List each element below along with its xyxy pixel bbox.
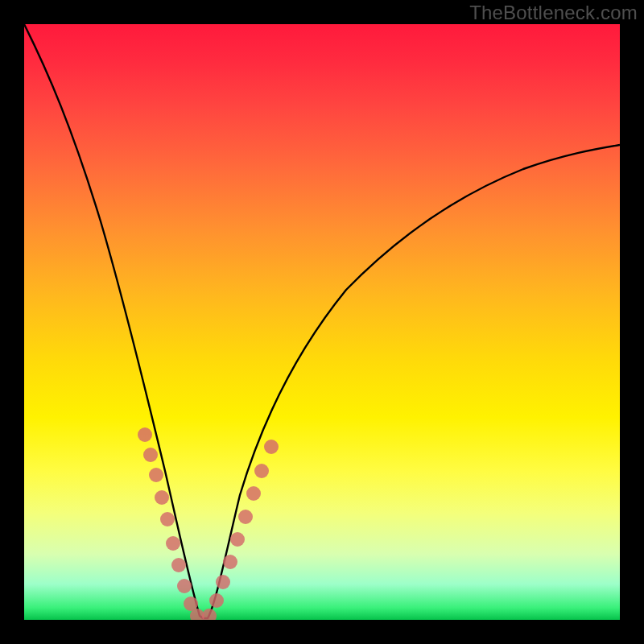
svg-point-13 bbox=[223, 555, 237, 569]
svg-point-4 bbox=[160, 512, 175, 526]
chart-frame: TheBottleneck.com bbox=[0, 0, 644, 644]
marker-dots bbox=[138, 427, 279, 620]
svg-point-7 bbox=[177, 579, 192, 593]
plot-area bbox=[24, 24, 620, 620]
svg-point-14 bbox=[230, 532, 245, 547]
bottleneck-curve bbox=[24, 24, 620, 618]
svg-point-6 bbox=[171, 558, 186, 572]
curve-layer bbox=[24, 24, 620, 620]
svg-point-1 bbox=[143, 448, 158, 462]
svg-point-2 bbox=[149, 468, 163, 482]
svg-point-3 bbox=[155, 490, 169, 505]
svg-point-5 bbox=[166, 536, 180, 551]
svg-point-11 bbox=[209, 593, 224, 608]
watermark-text: TheBottleneck.com bbox=[469, 2, 638, 24]
svg-point-12 bbox=[216, 575, 230, 589]
svg-point-15 bbox=[238, 510, 253, 524]
svg-point-10 bbox=[202, 609, 217, 620]
svg-point-0 bbox=[138, 427, 152, 442]
svg-point-16 bbox=[246, 486, 261, 501]
svg-point-18 bbox=[264, 440, 279, 454]
svg-point-17 bbox=[254, 464, 269, 478]
